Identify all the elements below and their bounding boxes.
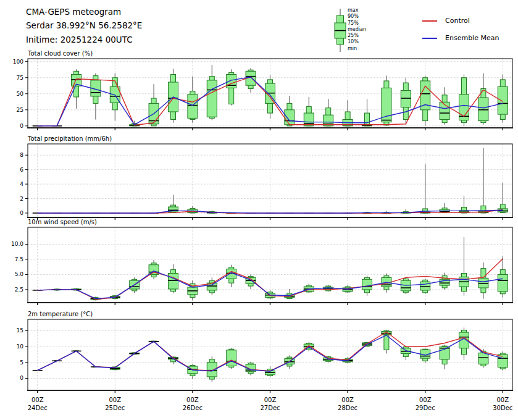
y-tick-label: 5.0 bbox=[15, 271, 24, 277]
figure-header: CMA-GEPS meteogram Serdar 38.992°N 56.25… bbox=[26, 5, 142, 46]
key-label-max: max bbox=[348, 7, 366, 14]
y-axis: 02468 bbox=[20, 152, 28, 216]
x-label-date: 27Dec bbox=[260, 405, 280, 411]
x-label-date: 29Dec bbox=[416, 405, 435, 411]
x-label-time: 00Z bbox=[186, 397, 199, 403]
box-10-90 bbox=[365, 113, 370, 126]
panel-title-wind: 10m wind speed (m/s) bbox=[28, 219, 97, 225]
box-25-75 bbox=[227, 75, 236, 88]
boxplot-key-labels: max 90% 75% median 25% 10% min bbox=[348, 7, 366, 52]
box-25-75 bbox=[478, 353, 488, 364]
key-label-90: 90% bbox=[348, 14, 366, 20]
x-label-time: 00Z bbox=[264, 397, 277, 403]
legend-entry-control: Control bbox=[422, 17, 470, 25]
y-tick-label: 75 bbox=[17, 75, 23, 81]
box-25-75 bbox=[478, 278, 488, 288]
y-tick-label: 0 bbox=[20, 210, 23, 216]
key-label-75: 75% bbox=[348, 20, 366, 27]
y-axis: 051015 bbox=[17, 327, 28, 381]
meteogram-chart: 0255075100024682.55.07.510.005101500Z24D… bbox=[0, 0, 518, 420]
y-tick-label: 100 bbox=[13, 59, 23, 65]
y-tick-label: 6 bbox=[20, 167, 23, 173]
panel-precip: 02468 bbox=[20, 144, 513, 220]
legend-entry-ensemble-mean: Ensemble Mean bbox=[422, 34, 499, 42]
ensemble-mean-swatch bbox=[422, 38, 437, 39]
x-label-time: 00Z bbox=[31, 397, 44, 403]
box-25-75 bbox=[420, 282, 430, 290]
panel-title-temp: 2m temperature (°C) bbox=[28, 311, 93, 317]
init-time: Initime: 20251224 00UTC bbox=[26, 33, 142, 46]
gridlines bbox=[28, 144, 512, 217]
x-label-date: 24Dec bbox=[28, 405, 48, 411]
control-label: Control bbox=[445, 17, 470, 25]
panel-temp: 051015 bbox=[17, 319, 513, 393]
x-axis-labels: 00Z24Dec00Z25Dec00Z26Dec00Z27Dec00Z28Dec… bbox=[28, 397, 513, 411]
key-label-min: min bbox=[348, 46, 366, 52]
y-axis: 2.55.07.510.0 bbox=[11, 241, 28, 292]
y-tick-label: 0 bbox=[20, 375, 23, 381]
panel-cloud: 0255075100 bbox=[13, 59, 513, 130]
x-label-date: 28Dec bbox=[338, 405, 357, 411]
y-tick-label: 0 bbox=[20, 123, 23, 129]
y-tick-label: 50 bbox=[17, 91, 24, 97]
page-title: CMA-GEPS meteogram bbox=[26, 5, 142, 19]
key-label-25: 25% bbox=[348, 33, 366, 39]
key-label-median: median bbox=[348, 27, 366, 33]
x-label-time: 00Z bbox=[497, 397, 509, 403]
y-tick-label: 7.5 bbox=[15, 256, 23, 262]
x-label-time: 00Z bbox=[419, 397, 432, 403]
x-label-date: 30Dec bbox=[493, 405, 512, 411]
y-tick-label: 5 bbox=[20, 359, 23, 366]
box-25-75 bbox=[498, 86, 508, 114]
box-25-75 bbox=[401, 91, 411, 107]
key-label-10: 10% bbox=[348, 39, 366, 45]
y-tick-label: 15 bbox=[17, 327, 23, 334]
box-25-75 bbox=[362, 279, 372, 290]
panel-wind: 2.55.07.510.0 bbox=[11, 227, 513, 305]
y-tick-label: 10.0 bbox=[11, 241, 23, 247]
box-25-75 bbox=[285, 110, 295, 125]
box-25-75 bbox=[188, 94, 198, 119]
x-label-time: 00Z bbox=[109, 397, 122, 403]
x-label-date: 25Dec bbox=[105, 405, 125, 411]
box-25-75 bbox=[304, 113, 314, 126]
y-tick-label: 4 bbox=[20, 181, 23, 187]
box-25-75 bbox=[478, 98, 488, 121]
y-tick-label: 8 bbox=[20, 152, 23, 158]
box-25-75 bbox=[169, 273, 178, 288]
y-tick-label: 2.5 bbox=[15, 287, 23, 293]
x-label-date: 26Dec bbox=[183, 405, 203, 411]
location-coordinates: Serdar 38.992°N 56.2582°E bbox=[26, 19, 142, 32]
box-25-75 bbox=[207, 80, 217, 117]
y-tick-label: 2 bbox=[20, 196, 23, 202]
y-axis: 0255075100 bbox=[13, 59, 28, 129]
meteogram-figure: 0255075100024682.55.07.510.005101500Z24D… bbox=[0, 0, 518, 420]
y-tick-label: 10 bbox=[17, 343, 24, 350]
panel-title-cloud: Total cloud cover (%) bbox=[28, 50, 93, 57]
y-tick-label: 25 bbox=[17, 107, 23, 113]
ensemble-mean-label: Ensemble Mean bbox=[445, 34, 499, 42]
box-25-75 bbox=[498, 274, 508, 291]
control-swatch bbox=[422, 20, 437, 22]
x-label-time: 00Z bbox=[341, 397, 354, 403]
panel-title-precip: Total precipitation (mm/6h) bbox=[28, 135, 112, 142]
box-25-75 bbox=[227, 350, 236, 366]
